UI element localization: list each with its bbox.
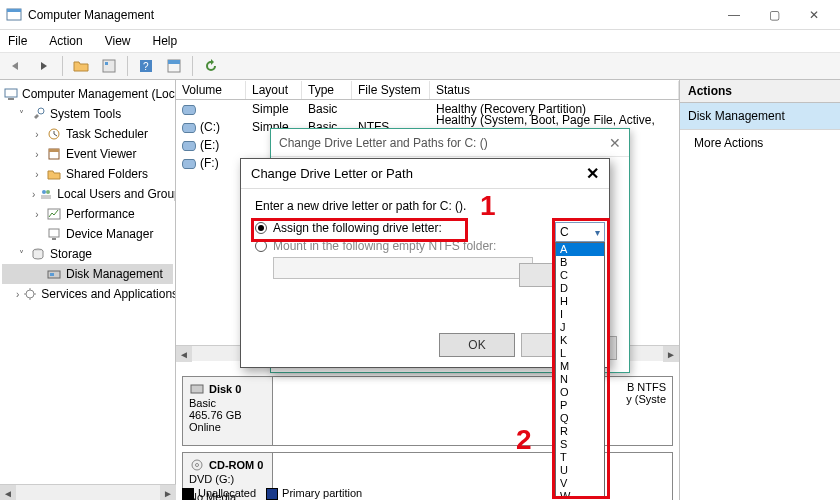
users-icon (39, 186, 53, 202)
disk-mgmt-icon (46, 266, 62, 282)
dropdown-option[interactable]: K (556, 334, 604, 347)
tree-root[interactable]: Computer Management (Local (2, 84, 173, 104)
scroll-right-icon[interactable]: ► (663, 346, 679, 362)
svg-point-10 (38, 108, 44, 114)
dropdown-option[interactable]: Q (556, 412, 604, 425)
folder-share-icon (46, 166, 62, 182)
tree-performance[interactable]: ›Performance (2, 204, 173, 224)
close-icon[interactable]: ✕ (609, 135, 621, 151)
dropdown-option[interactable]: U (556, 464, 604, 477)
dropdown-option[interactable]: S (556, 438, 604, 451)
menu-view[interactable]: View (101, 32, 135, 50)
svg-point-15 (46, 190, 50, 194)
annotation-1: 1 (480, 190, 496, 222)
tree-disk-management[interactable]: Disk Management (2, 264, 173, 284)
ok-button[interactable]: OK (439, 333, 515, 357)
dropdown-option[interactable]: N (556, 373, 604, 386)
dropdown-option[interactable]: P (556, 399, 604, 412)
svg-point-26 (196, 464, 199, 467)
svg-point-14 (42, 190, 46, 194)
scroll-left-icon[interactable]: ◄ (176, 346, 192, 362)
volume-table-header: Volume Layout Type File System Status (176, 80, 679, 100)
nav-tree: Computer Management (Local ˅ System Tool… (0, 80, 176, 500)
tree-services[interactable]: ›Services and Applications (2, 284, 173, 304)
close-icon[interactable]: ✕ (586, 164, 599, 183)
col-type[interactable]: Type (302, 81, 352, 99)
dialog2-title: Change Drive Letter or Path (251, 166, 413, 181)
actions-section[interactable]: Disk Management (680, 103, 840, 130)
tree-storage[interactable]: ˅Storage (2, 244, 173, 264)
scroll-left-icon[interactable]: ◄ (0, 485, 16, 500)
dropdown-list[interactable]: ABCDHIJKLMNOPQRSTUVW (555, 242, 605, 497)
dropdown-option[interactable]: O (556, 386, 604, 399)
menu-help[interactable]: Help (149, 32, 182, 50)
col-volume[interactable]: Volume (176, 81, 246, 99)
dropdown-option[interactable]: I (556, 308, 604, 321)
forward-button[interactable] (32, 55, 56, 77)
drive-letter-dropdown[interactable]: C ▾ ABCDHIJKLMNOPQRSTUVW (555, 222, 605, 497)
folder-path-input (273, 257, 533, 279)
disk-header: Disk 0 Basic 465.76 GB Online (183, 377, 273, 445)
option-mount-folder[interactable]: Mount in the following empty NTFS folder… (255, 239, 595, 253)
tree-device-manager[interactable]: Device Manager (2, 224, 173, 244)
folder-icon[interactable] (69, 55, 93, 77)
maximize-button[interactable]: ▢ (754, 1, 794, 29)
event-icon (46, 146, 62, 162)
dialog1-title: Change Drive Letter and Paths for C: () (279, 136, 488, 150)
svg-rect-9 (8, 98, 14, 100)
menu-file[interactable]: File (4, 32, 31, 50)
refresh-icon[interactable] (199, 55, 223, 77)
dropdown-option[interactable]: J (556, 321, 604, 334)
dropdown-option[interactable]: R (556, 425, 604, 438)
view-icon[interactable] (162, 55, 186, 77)
menu-action[interactable]: Action (45, 32, 86, 50)
back-button[interactable] (4, 55, 28, 77)
tree-task-scheduler[interactable]: ›Task Scheduler (2, 124, 173, 144)
dropdown-option[interactable]: C (556, 269, 604, 282)
col-layout[interactable]: Layout (246, 81, 302, 99)
properties-icon[interactable] (97, 55, 121, 77)
tree-system-tools[interactable]: ˅ System Tools (2, 104, 173, 124)
dropdown-option[interactable]: H (556, 295, 604, 308)
help-icon[interactable]: ? (134, 55, 158, 77)
dropdown-option[interactable]: W (556, 490, 604, 497)
tree-local-users[interactable]: ›Local Users and Groups (2, 184, 173, 204)
tree-root-label: Computer Management (Local (22, 87, 176, 101)
col-filesystem[interactable]: File System (352, 81, 430, 99)
window-title: Computer Management (28, 8, 714, 22)
tree-event-viewer[interactable]: ›Event Viewer (2, 144, 173, 164)
dropdown-option[interactable]: B (556, 256, 604, 269)
dropdown-selected[interactable]: C ▾ (555, 222, 605, 242)
col-status[interactable]: Status (430, 81, 679, 99)
svg-rect-22 (50, 273, 54, 276)
dropdown-option[interactable]: T (556, 451, 604, 464)
actions-more[interactable]: More Actions (680, 130, 840, 156)
legend: Unallocated Primary partition (182, 487, 362, 500)
close-button[interactable]: ✕ (794, 1, 834, 29)
radio-mount[interactable] (255, 240, 267, 252)
radio-assign[interactable] (255, 222, 267, 234)
option-assign-letter[interactable]: Assign the following drive letter: (255, 221, 595, 235)
minimize-button[interactable]: — (714, 1, 754, 29)
drive-icon (182, 141, 196, 151)
scroll-right-icon[interactable]: ► (160, 485, 176, 500)
collapse-icon[interactable]: ˅ (16, 249, 26, 260)
drive-icon (182, 105, 196, 115)
svg-rect-8 (5, 89, 17, 97)
collapse-icon[interactable]: ˅ (16, 109, 26, 120)
svg-rect-13 (49, 149, 59, 152)
titlebar: Computer Management — ▢ ✕ (0, 0, 840, 30)
tree-system-tools-label: System Tools (50, 107, 121, 121)
tree-scrollbar[interactable]: ◄ ► (0, 484, 176, 500)
dropdown-option[interactable]: A (556, 243, 604, 256)
partition-box[interactable]: B NTFS y (Syste (273, 377, 672, 445)
app-icon (6, 7, 22, 23)
tree-shared-folders[interactable]: ›Shared Folders (2, 164, 173, 184)
dropdown-option[interactable]: M (556, 360, 604, 373)
dropdown-option[interactable]: D (556, 282, 604, 295)
computer-icon (4, 86, 18, 102)
dropdown-option[interactable]: L (556, 347, 604, 360)
services-icon (23, 286, 37, 302)
svg-rect-3 (105, 62, 108, 65)
dropdown-option[interactable]: V (556, 477, 604, 490)
